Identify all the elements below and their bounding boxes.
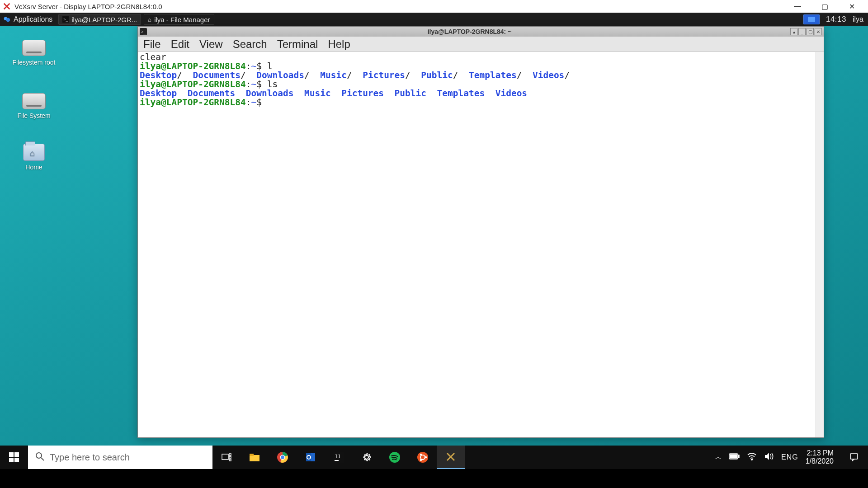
svg-point-1 [6, 18, 10, 22]
panel-task-label: ilya - File Manager [154, 16, 210, 23]
tray-time: 2:13 PM [806, 449, 834, 457]
terminal-titlebar[interactable]: >_ ilya@LAPTOP-2GRN8L84: ~ ▴ _ ▢ ✕ [138, 27, 824, 37]
svg-point-40 [425, 456, 427, 458]
maximize-button[interactable]: ▢ [811, 0, 838, 13]
svg-point-46 [751, 459, 752, 460]
panel-task-file-manager[interactable]: ⌂ ilya - File Manager [144, 14, 214, 25]
terminal-icon: >_ [62, 16, 69, 23]
svg-rect-24 [229, 459, 231, 461]
svg-text:IJ: IJ [335, 454, 340, 459]
svg-rect-16 [14, 452, 19, 457]
drive-icon [22, 40, 46, 56]
tray-overflow-icon[interactable]: ︿ [715, 453, 722, 461]
tray-battery-icon[interactable] [729, 453, 740, 462]
terminal-icon: >_ [140, 28, 147, 35]
menu-terminal[interactable]: Terminal [277, 38, 318, 51]
tray-volume-icon[interactable] [764, 452, 774, 463]
applications-menu-label: Applications [14, 15, 52, 23]
panel-user-menu[interactable]: ilya [853, 15, 863, 23]
terminal-output[interactable]: clear ilya@LAPTOP-2GRN8L84:~$ l Desktop/… [138, 52, 816, 437]
menu-view[interactable]: View [199, 38, 223, 51]
svg-rect-45 [730, 455, 737, 458]
panel-task-label: ilya@LAPTOP-2GR... [71, 16, 137, 23]
taskbar-intellij-icon[interactable]: IJ [325, 446, 353, 469]
taskbar-outlook-icon[interactable] [297, 446, 325, 469]
tray-wifi-icon[interactable] [747, 452, 757, 463]
shade-button[interactable]: ▴ [790, 28, 797, 35]
vcxsrv-icon [3, 2, 11, 10]
svg-point-42 [420, 459, 422, 461]
terminal-title: ilya@LAPTOP-2GRN8L84: ~ [150, 28, 789, 35]
terminal-scrollbar[interactable] [816, 52, 824, 437]
folder-icon: ⌂ [23, 144, 45, 161]
menu-file[interactable]: File [143, 38, 161, 51]
desktop-icon-label: File System [9, 112, 59, 119]
xfce-top-panel: Applications >_ ilya@LAPTOP-2GR... ⌂ ily… [0, 13, 868, 26]
svg-rect-26 [250, 454, 254, 456]
tray-date: 1/8/2020 [806, 457, 834, 465]
terminal-menubar: File Edit View Search Terminal Help [138, 37, 824, 52]
desktop-icon-file-system[interactable]: File System [9, 93, 59, 119]
tray-notifications-icon[interactable] [843, 452, 865, 462]
svg-rect-36 [335, 460, 339, 461]
panel-clock[interactable]: 14:13 [826, 15, 846, 24]
panel-task-terminal[interactable]: >_ ilya@LAPTOP-2GR... [58, 14, 141, 25]
svg-rect-22 [229, 454, 231, 455]
minimize-button[interactable]: _ [798, 28, 806, 35]
close-button[interactable]: ✕ [838, 0, 865, 13]
svg-rect-23 [229, 456, 231, 458]
desktop-icon-filesystem-root[interactable]: Filesystem root [9, 40, 59, 66]
svg-rect-47 [850, 454, 858, 459]
svg-point-41 [420, 454, 422, 455]
terminal-body[interactable]: clear ilya@LAPTOP-2GRN8L84:~$ l Desktop/… [138, 52, 824, 437]
taskbar-spotify-icon[interactable] [381, 446, 409, 469]
maximize-button[interactable]: ▢ [807, 28, 814, 35]
home-icon: ⌂ [148, 16, 151, 23]
taskbar-ubuntu-icon[interactable] [409, 446, 437, 469]
windows-taskbar: Type here to search IJ ︿ ENG 2:13 PM 1/8… [0, 446, 868, 469]
drive-icon [22, 93, 46, 109]
search-icon [35, 452, 44, 463]
svg-rect-21 [222, 454, 228, 460]
desktop-icon-label: Filesystem root [9, 59, 59, 66]
minimize-button[interactable]: — [784, 0, 811, 13]
svg-rect-25 [250, 455, 259, 461]
svg-rect-17 [9, 458, 14, 462]
taskbar-settings-icon[interactable] [353, 446, 381, 469]
close-button[interactable]: ✕ [815, 28, 822, 35]
applications-menu[interactable]: Applications [0, 13, 57, 26]
host-window-title: VcXsrv Server - Display LAPTOP-2GRN8L84:… [14, 3, 162, 10]
terminal-window: >_ ilya@LAPTOP-2GRN8L84: ~ ▴ _ ▢ ✕ File … [137, 26, 824, 438]
desktop-icon-home[interactable]: ⌂ Home [9, 144, 59, 171]
taskbar-search-placeholder: Type here to search [50, 452, 130, 463]
host-window-titlebar: VcXsrv Server - Display LAPTOP-2GRN8L84:… [0, 0, 868, 13]
svg-point-30 [281, 455, 284, 459]
svg-rect-44 [738, 455, 739, 458]
menu-search[interactable]: Search [233, 38, 267, 51]
svg-rect-18 [14, 458, 19, 462]
xfce-logo-icon [3, 15, 11, 23]
tray-clock[interactable]: 2:13 PM 1/8/2020 [806, 449, 835, 465]
svg-point-19 [36, 453, 42, 458]
taskbar-search[interactable]: Type here to search [28, 446, 212, 469]
start-button[interactable] [0, 446, 28, 469]
svg-rect-15 [9, 452, 14, 457]
taskbar-vcxsrv-icon[interactable] [437, 446, 465, 469]
tray-language[interactable]: ENG [781, 453, 798, 461]
menu-edit[interactable]: Edit [171, 38, 189, 51]
taskbar-chrome-icon[interactable] [269, 446, 297, 469]
menu-help[interactable]: Help [328, 38, 350, 51]
taskbar-file-explorer-icon[interactable] [241, 446, 269, 469]
desktop-icon-label: Home [9, 164, 59, 171]
task-view-button[interactable] [212, 446, 241, 469]
svg-line-20 [41, 458, 44, 460]
xfce-desktop[interactable]: Applications >_ ilya@LAPTOP-2GR... ⌂ ily… [0, 13, 868, 469]
panel-display-indicator[interactable] [803, 14, 820, 24]
